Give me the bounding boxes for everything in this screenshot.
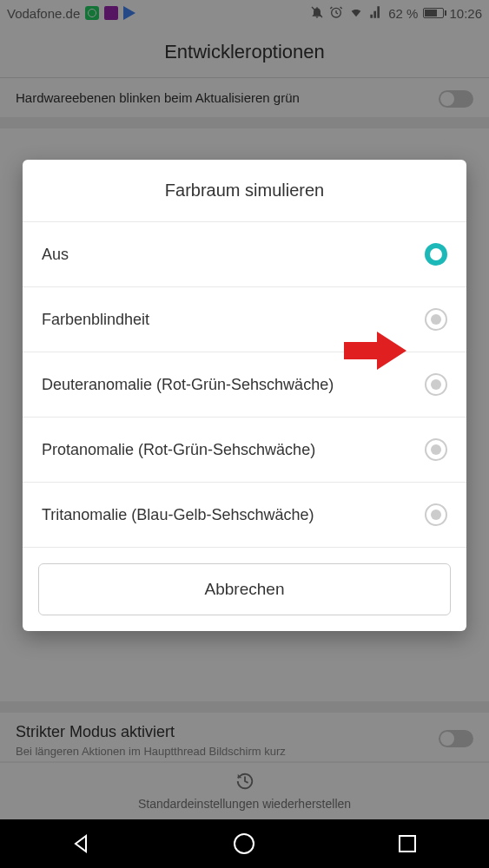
annotation-arrow-icon	[344, 332, 406, 370]
option-protanomalie[interactable]: Protanomalie (Rot-Grün-Sehschwäche)	[23, 418, 466, 483]
option-label: Deuteranomalie (Rot-Grün-Sehschwäche)	[42, 376, 334, 394]
dialog-title: Farbraum simulieren	[23, 160, 466, 222]
option-tritanomalie[interactable]: Tritanomalie (Blau-Gelb-Sehschwäche)	[23, 483, 466, 548]
home-button[interactable]	[232, 832, 256, 856]
option-label: Protanomalie (Rot-Grün-Sehschwäche)	[42, 441, 315, 459]
option-aus[interactable]: Aus	[23, 222, 466, 287]
radio-unselected[interactable]	[425, 503, 447, 526]
recent-apps-button[interactable]	[395, 832, 420, 856]
radio-unselected[interactable]	[425, 373, 447, 396]
option-label: Aus	[42, 246, 69, 264]
option-label: Farbenblindheit	[42, 311, 149, 329]
radio-unselected[interactable]	[425, 438, 447, 461]
cancel-button[interactable]: Abbrechen	[38, 563, 451, 615]
option-label: Tritanomalie (Blau-Gelb-Sehschwäche)	[42, 506, 314, 524]
radio-selected[interactable]	[425, 243, 447, 266]
color-space-dialog: Farbraum simulieren Aus Farbenblindheit …	[23, 160, 466, 631]
radio-unselected[interactable]	[425, 308, 447, 331]
navigation-bar	[0, 819, 489, 868]
back-button[interactable]	[69, 832, 94, 856]
